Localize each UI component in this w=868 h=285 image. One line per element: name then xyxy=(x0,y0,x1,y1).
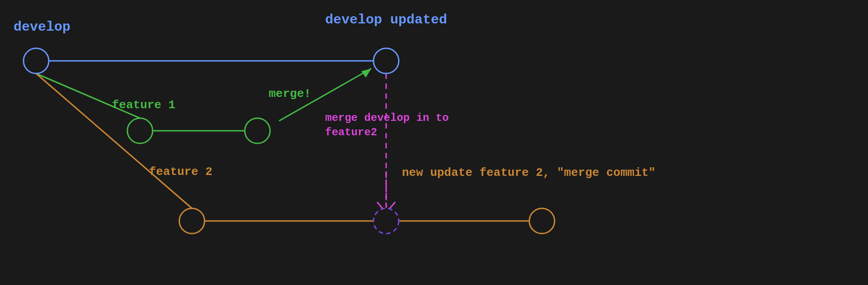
feature1-start-node xyxy=(127,118,153,143)
svg-rect-0 xyxy=(0,0,868,285)
feature2-start-node xyxy=(179,208,205,234)
diagram-svg: develop develop updated feature 1 merge!… xyxy=(0,0,868,285)
new-update-label: new update feature 2, "merge commit" xyxy=(402,166,656,179)
feature2-label: feature 2 xyxy=(149,165,212,179)
develop-start-node xyxy=(23,48,49,74)
merge-label: merge! xyxy=(269,87,311,101)
merge-develop-label: merge develop in to xyxy=(325,112,449,124)
feature1-end-node xyxy=(245,118,270,143)
develop-label: develop xyxy=(14,19,70,35)
feature2-merge-node xyxy=(373,208,399,234)
develop-updated-label: develop updated xyxy=(325,12,447,28)
develop-end-node xyxy=(373,48,399,74)
feature2-end-node xyxy=(529,208,555,234)
git-diagram: develop develop updated feature 1 merge!… xyxy=(0,0,868,285)
feature1-label: feature 1 xyxy=(112,98,175,112)
merge-develop-label2: feature2 xyxy=(325,126,377,138)
